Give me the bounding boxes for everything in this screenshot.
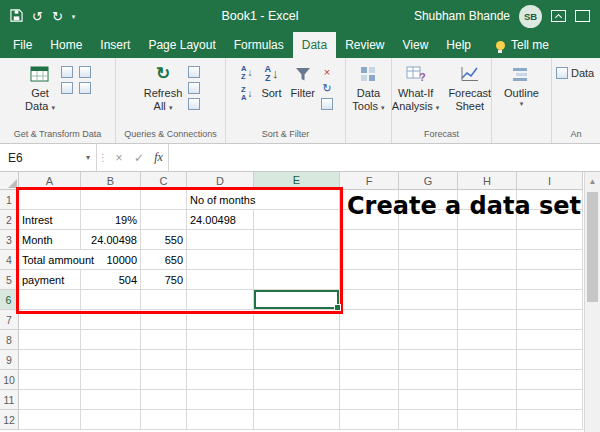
cell-I11[interactable] <box>517 390 583 410</box>
row-header-1[interactable]: 1 <box>0 190 19 210</box>
sort-ascending-icon[interactable]: AZ↓ <box>238 64 255 81</box>
column-header-B[interactable]: B <box>81 172 141 190</box>
cell-G11[interactable] <box>399 390 458 410</box>
cell-B3[interactable]: 24.00498 <box>81 230 141 250</box>
cell-A1[interactable] <box>19 190 81 210</box>
cell-I9[interactable] <box>517 350 583 370</box>
save-icon[interactable] <box>10 9 23 24</box>
column-header-D[interactable]: D <box>187 172 254 190</box>
row-header-11[interactable]: 11 <box>0 390 19 410</box>
cell-C4[interactable]: 650 <box>141 250 187 270</box>
column-header-F[interactable]: F <box>340 172 399 190</box>
insert-function-icon[interactable]: fx <box>149 144 169 171</box>
cell-D7[interactable] <box>187 310 254 330</box>
cell-D12[interactable] <box>187 410 254 430</box>
forecast-sheet-button[interactable]: Forecast Sheet <box>445 61 492 114</box>
from-table-icon[interactable] <box>61 82 73 94</box>
cell-C11[interactable] <box>141 390 187 410</box>
cell-G6[interactable] <box>399 290 458 310</box>
cell-B8[interactable] <box>81 330 141 350</box>
cell-C9[interactable] <box>141 350 187 370</box>
cell-F6[interactable] <box>340 290 399 310</box>
cell-B2[interactable]: 19% <box>81 210 141 230</box>
row-header-2[interactable]: 2 <box>0 210 19 230</box>
column-header-E[interactable]: E <box>254 172 340 190</box>
cell-E9[interactable] <box>254 350 340 370</box>
name-box[interactable]: E6 ▾ <box>0 144 97 171</box>
row-header-5[interactable]: 5 <box>0 270 19 290</box>
column-header-C[interactable]: C <box>141 172 187 190</box>
row-header-3[interactable]: 3 <box>0 230 19 250</box>
cell-G8[interactable] <box>399 330 458 350</box>
ribbon-display-options-icon[interactable] <box>551 10 566 22</box>
cell-D11[interactable] <box>187 390 254 410</box>
cell-B12[interactable] <box>81 410 141 430</box>
what-if-analysis-button[interactable]: ? What-If Analysis ▾ <box>392 61 442 114</box>
sort-descending-icon[interactable]: ZA↓ <box>238 85 255 102</box>
redo-icon[interactable]: ↻ <box>52 10 63 23</box>
user-avatar[interactable]: SB <box>519 5 542 28</box>
data-analysis-icon[interactable] <box>556 67 568 79</box>
cell-A11[interactable] <box>19 390 81 410</box>
cell-H7[interactable] <box>458 310 517 330</box>
cell-G9[interactable] <box>399 350 458 370</box>
formula-input[interactable] <box>169 144 600 171</box>
cell-C6[interactable] <box>141 290 187 310</box>
user-name[interactable]: Shubham Bhande <box>414 9 510 23</box>
cell-D9[interactable] <box>187 350 254 370</box>
tab-data[interactable]: Data <box>293 32 336 58</box>
clear-filter-icon[interactable]: × <box>324 66 330 78</box>
cell-C12[interactable] <box>141 410 187 430</box>
cell-G5[interactable] <box>399 270 458 290</box>
cell-C2[interactable] <box>141 210 187 230</box>
cell-D6[interactable] <box>187 290 254 310</box>
tab-review[interactable]: Review <box>336 32 393 58</box>
cell-E10[interactable] <box>254 370 340 390</box>
cell-A10[interactable] <box>19 370 81 390</box>
cell-G12[interactable] <box>399 410 458 430</box>
cell-B11[interactable] <box>81 390 141 410</box>
restore-window-icon[interactable] <box>575 10 590 22</box>
cell-C3[interactable]: 550 <box>141 230 187 250</box>
advanced-filter-icon[interactable] <box>321 98 333 110</box>
cell-H5[interactable] <box>458 270 517 290</box>
cell-A4[interactable]: Total ammount <box>19 250 81 270</box>
from-text-csv-icon[interactable] <box>61 66 73 78</box>
row-header-7[interactable]: 7 <box>0 310 19 330</box>
refresh-all-button[interactable]: ↻ Refresh All ▾ <box>141 61 186 114</box>
cell-D8[interactable] <box>187 330 254 350</box>
cell-H9[interactable] <box>458 350 517 370</box>
cell-A7[interactable] <box>19 310 81 330</box>
tab-view[interactable]: View <box>394 32 438 58</box>
filter-button[interactable]: Filter <box>288 61 318 101</box>
cell-B5[interactable]: 504 <box>81 270 141 290</box>
data-analysis-button[interactable]: Data <box>571 67 594 79</box>
formula-bar-splitter[interactable]: ⋮ <box>97 144 109 171</box>
cell-I8[interactable] <box>517 330 583 350</box>
get-data-button[interactable]: Get Data ▾ <box>22 61 58 114</box>
cell-H8[interactable] <box>458 330 517 350</box>
cell-H10[interactable] <box>458 370 517 390</box>
cell-F8[interactable] <box>340 330 399 350</box>
cell-G7[interactable] <box>399 310 458 330</box>
cell-G10[interactable] <box>399 370 458 390</box>
column-header-A[interactable]: A <box>19 172 81 190</box>
row-header-4[interactable]: 4 <box>0 250 19 270</box>
cell-G4[interactable] <box>399 250 458 270</box>
cell-B6[interactable] <box>81 290 141 310</box>
row-header-9[interactable]: 9 <box>0 350 19 370</box>
tell-me[interactable]: Tell me <box>496 32 549 58</box>
cell-B1[interactable] <box>81 190 141 210</box>
cell-D5[interactable] <box>187 270 254 290</box>
properties-icon[interactable] <box>188 82 200 94</box>
cell-E4[interactable] <box>254 250 340 270</box>
cell-C1[interactable] <box>141 190 187 210</box>
cell-H4[interactable] <box>458 250 517 270</box>
cell-F12[interactable] <box>340 410 399 430</box>
name-box-dropdown-icon[interactable]: ▾ <box>86 153 96 162</box>
cell-I7[interactable] <box>517 310 583 330</box>
cell-E2[interactable] <box>254 210 340 230</box>
tab-home[interactable]: Home <box>41 32 91 58</box>
tab-page-layout[interactable]: Page Layout <box>139 32 224 58</box>
queries-connections-icon[interactable] <box>188 66 200 78</box>
